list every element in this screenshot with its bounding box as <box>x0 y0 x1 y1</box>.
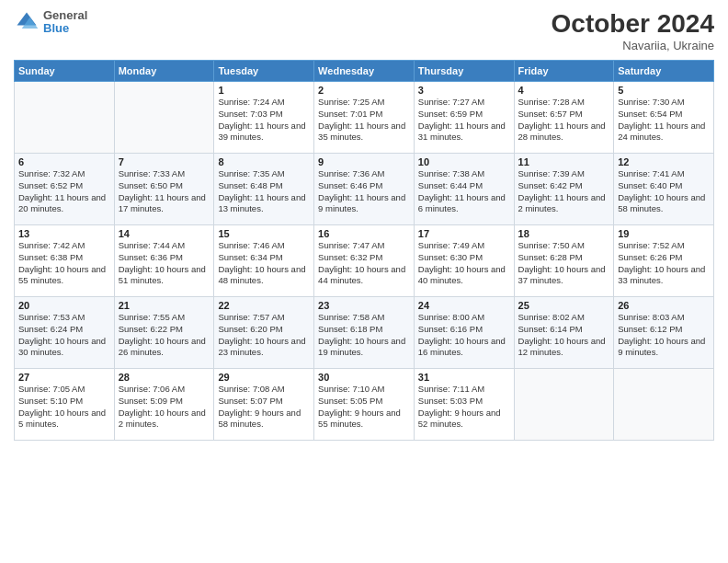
day-number: 18 <box>518 228 610 239</box>
calendar-week-row: 20Sunrise: 7:53 AM Sunset: 6:24 PM Dayli… <box>15 297 714 369</box>
day-info: Sunrise: 7:06 AM Sunset: 5:09 PM Dayligh… <box>119 384 210 431</box>
logo-icon <box>14 9 40 35</box>
day-info: Sunrise: 7:41 AM Sunset: 6:40 PM Dayligh… <box>618 168 710 215</box>
day-number: 9 <box>318 156 410 167</box>
day-number: 21 <box>119 300 210 311</box>
title-block: October 2024 Navariia, Ukraine <box>552 9 714 52</box>
header-saturday: Saturday <box>614 61 714 82</box>
calendar-cell: 27Sunrise: 7:05 AM Sunset: 5:10 PM Dayli… <box>15 369 115 441</box>
header-wednesday: Wednesday <box>314 61 415 82</box>
day-info: Sunrise: 7:30 AM Sunset: 6:54 PM Dayligh… <box>618 97 710 144</box>
calendar-cell <box>114 82 214 154</box>
day-info: Sunrise: 7:32 AM Sunset: 6:52 PM Dayligh… <box>18 168 110 215</box>
day-info: Sunrise: 7:47 AM Sunset: 6:32 PM Dayligh… <box>318 240 410 287</box>
day-number: 22 <box>218 300 310 311</box>
calendar-cell: 9Sunrise: 7:36 AM Sunset: 6:46 PM Daylig… <box>314 154 415 225</box>
calendar-cell: 28Sunrise: 7:06 AM Sunset: 5:09 PM Dayli… <box>114 369 214 441</box>
day-info: Sunrise: 7:44 AM Sunset: 6:36 PM Dayligh… <box>119 240 210 287</box>
day-info: Sunrise: 7:58 AM Sunset: 6:18 PM Dayligh… <box>318 312 410 359</box>
day-number: 15 <box>218 228 310 239</box>
calendar-cell: 12Sunrise: 7:41 AM Sunset: 6:40 PM Dayli… <box>614 154 714 225</box>
day-number: 6 <box>18 156 110 167</box>
day-info: Sunrise: 7:50 AM Sunset: 6:28 PM Dayligh… <box>518 240 610 287</box>
day-info: Sunrise: 7:24 AM Sunset: 7:03 PM Dayligh… <box>218 97 310 144</box>
logo-blue: Blue <box>43 22 87 35</box>
day-number: 7 <box>119 156 210 167</box>
day-info: Sunrise: 7:38 AM Sunset: 6:44 PM Dayligh… <box>418 168 510 215</box>
calendar-cell: 20Sunrise: 7:53 AM Sunset: 6:24 PM Dayli… <box>15 297 115 369</box>
day-number: 27 <box>18 372 110 383</box>
calendar-week-row: 13Sunrise: 7:42 AM Sunset: 6:38 PM Dayli… <box>15 225 714 297</box>
day-info: Sunrise: 7:39 AM Sunset: 6:42 PM Dayligh… <box>518 168 610 215</box>
calendar-cell: 1Sunrise: 7:24 AM Sunset: 7:03 PM Daylig… <box>214 82 314 154</box>
header-tuesday: Tuesday <box>214 61 314 82</box>
calendar-cell: 14Sunrise: 7:44 AM Sunset: 6:36 PM Dayli… <box>114 225 214 297</box>
day-info: Sunrise: 7:11 AM Sunset: 5:03 PM Dayligh… <box>418 384 510 431</box>
calendar-cell: 2Sunrise: 7:25 AM Sunset: 7:01 PM Daylig… <box>314 82 415 154</box>
logo-general: General <box>43 9 87 22</box>
day-number: 20 <box>18 300 110 311</box>
calendar-cell: 30Sunrise: 7:10 AM Sunset: 5:05 PM Dayli… <box>314 369 415 441</box>
calendar-cell: 29Sunrise: 7:08 AM Sunset: 5:07 PM Dayli… <box>214 369 314 441</box>
calendar-week-row: 6Sunrise: 7:32 AM Sunset: 6:52 PM Daylig… <box>15 154 714 225</box>
header-friday: Friday <box>514 61 614 82</box>
day-number: 3 <box>418 85 510 96</box>
day-number: 28 <box>119 372 210 383</box>
day-number: 26 <box>618 300 710 311</box>
calendar-cell: 19Sunrise: 7:52 AM Sunset: 6:26 PM Dayli… <box>614 225 714 297</box>
calendar-page: General Blue October 2024 Navariia, Ukra… <box>0 0 728 563</box>
day-info: Sunrise: 7:35 AM Sunset: 6:48 PM Dayligh… <box>218 168 310 215</box>
day-number: 16 <box>318 228 410 239</box>
location: Navariia, Ukraine <box>552 39 714 52</box>
day-info: Sunrise: 7:42 AM Sunset: 6:38 PM Dayligh… <box>18 240 110 287</box>
calendar-cell: 3Sunrise: 7:27 AM Sunset: 6:59 PM Daylig… <box>414 82 514 154</box>
header-thursday: Thursday <box>414 61 514 82</box>
day-info: Sunrise: 7:53 AM Sunset: 6:24 PM Dayligh… <box>18 312 110 359</box>
day-info: Sunrise: 7:46 AM Sunset: 6:34 PM Dayligh… <box>218 240 310 287</box>
day-info: Sunrise: 8:03 AM Sunset: 6:12 PM Dayligh… <box>618 312 710 359</box>
calendar-cell: 24Sunrise: 8:00 AM Sunset: 6:16 PM Dayli… <box>414 297 514 369</box>
calendar-cell: 16Sunrise: 7:47 AM Sunset: 6:32 PM Dayli… <box>314 225 415 297</box>
day-number: 23 <box>318 300 410 311</box>
day-info: Sunrise: 8:00 AM Sunset: 6:16 PM Dayligh… <box>418 312 510 359</box>
day-info: Sunrise: 7:25 AM Sunset: 7:01 PM Dayligh… <box>318 97 410 144</box>
weekday-header-row: Sunday Monday Tuesday Wednesday Thursday… <box>15 61 714 82</box>
day-number: 11 <box>518 156 610 167</box>
month-title: October 2024 <box>552 9 714 39</box>
calendar-cell: 26Sunrise: 8:03 AM Sunset: 6:12 PM Dayli… <box>614 297 714 369</box>
day-info: Sunrise: 7:27 AM Sunset: 6:59 PM Dayligh… <box>418 97 510 144</box>
calendar-cell: 11Sunrise: 7:39 AM Sunset: 6:42 PM Dayli… <box>514 154 614 225</box>
day-number: 10 <box>418 156 510 167</box>
day-number: 29 <box>218 372 310 383</box>
day-number: 25 <box>518 300 610 311</box>
calendar-cell: 13Sunrise: 7:42 AM Sunset: 6:38 PM Dayli… <box>15 225 115 297</box>
day-info: Sunrise: 7:33 AM Sunset: 6:50 PM Dayligh… <box>119 168 210 215</box>
calendar-cell <box>15 82 115 154</box>
header-sunday: Sunday <box>15 61 115 82</box>
day-info: Sunrise: 7:28 AM Sunset: 6:57 PM Dayligh… <box>518 97 610 144</box>
day-number: 17 <box>418 228 510 239</box>
day-number: 8 <box>218 156 310 167</box>
calendar-cell: 6Sunrise: 7:32 AM Sunset: 6:52 PM Daylig… <box>15 154 115 225</box>
calendar-cell: 10Sunrise: 7:38 AM Sunset: 6:44 PM Dayli… <box>414 154 514 225</box>
day-number: 13 <box>18 228 110 239</box>
calendar-week-row: 1Sunrise: 7:24 AM Sunset: 7:03 PM Daylig… <box>15 82 714 154</box>
day-info: Sunrise: 8:02 AM Sunset: 6:14 PM Dayligh… <box>518 312 610 359</box>
calendar-cell: 5Sunrise: 7:30 AM Sunset: 6:54 PM Daylig… <box>614 82 714 154</box>
calendar-cell: 25Sunrise: 8:02 AM Sunset: 6:14 PM Dayli… <box>514 297 614 369</box>
day-info: Sunrise: 7:52 AM Sunset: 6:26 PM Dayligh… <box>618 240 710 287</box>
day-info: Sunrise: 7:05 AM Sunset: 5:10 PM Dayligh… <box>18 384 110 431</box>
header-monday: Monday <box>114 61 214 82</box>
calendar-cell: 15Sunrise: 7:46 AM Sunset: 6:34 PM Dayli… <box>214 225 314 297</box>
calendar-cell: 8Sunrise: 7:35 AM Sunset: 6:48 PM Daylig… <box>214 154 314 225</box>
day-number: 12 <box>618 156 710 167</box>
calendar-cell: 31Sunrise: 7:11 AM Sunset: 5:03 PM Dayli… <box>414 369 514 441</box>
calendar-cell: 21Sunrise: 7:55 AM Sunset: 6:22 PM Dayli… <box>114 297 214 369</box>
calendar-table: Sunday Monday Tuesday Wednesday Thursday… <box>14 60 714 441</box>
day-number: 4 <box>518 85 610 96</box>
logo: General Blue <box>14 9 87 36</box>
day-number: 1 <box>218 85 310 96</box>
calendar-cell: 23Sunrise: 7:58 AM Sunset: 6:18 PM Dayli… <box>314 297 415 369</box>
day-number: 30 <box>318 372 410 383</box>
header: General Blue October 2024 Navariia, Ukra… <box>14 9 714 52</box>
